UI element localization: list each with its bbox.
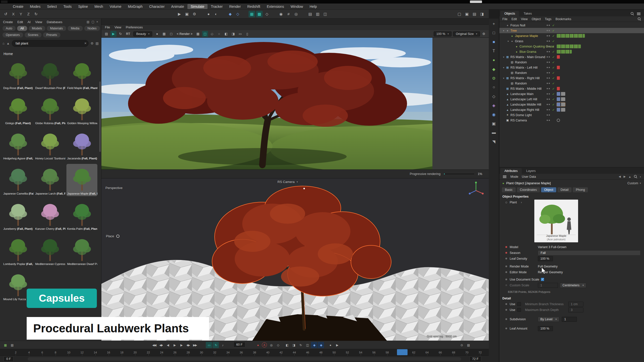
menu-item[interactable]: Animate — [168, 4, 187, 9]
menu-item[interactable]: Modes — [27, 4, 44, 9]
sound-icon[interactable]: ♪ — [219, 342, 226, 348]
menu-item[interactable]: Create — [10, 4, 27, 9]
object-row[interactable]: ▣ RS Camera — [499, 118, 644, 123]
undo-icon[interactable]: ↺ — [3, 11, 9, 17]
view-options-icon[interactable]: ▤ — [96, 41, 99, 45]
menu-item[interactable]: Mesh — [91, 4, 106, 9]
zoom-select[interactable]: 100 % — [434, 31, 452, 36]
expand-arrow-icon[interactable]: ▾ — [502, 77, 505, 79]
range-slider[interactable] — [28, 357, 461, 361]
axis-modify-icon[interactable]: ◎ — [293, 11, 299, 17]
object-row[interactable]: ● Japanese Maple ✓ — [499, 33, 644, 38]
layout-switch-icon[interactable]: ◨ — [479, 11, 485, 17]
object-tag-badges[interactable] — [557, 119, 560, 122]
render-pass-select[interactable]: Beauty — [133, 31, 152, 36]
object-menu-item[interactable]: File — [502, 17, 507, 21]
enable-check-icon[interactable]: ✓ — [552, 103, 555, 106]
visibility-dots[interactable] — [547, 93, 550, 95]
render-view-button[interactable]: ▶ — [176, 11, 183, 17]
visibility-dots[interactable] — [547, 30, 550, 31]
object-row[interactable]: ▲ Landscape Right Hill ✓ — [499, 107, 644, 112]
enable-check-icon[interactable]: ✓ — [552, 39, 555, 43]
field-icon[interactable]: ◉ — [490, 111, 498, 118]
menu-item[interactable]: Help — [306, 4, 320, 9]
visibility-dots[interactable] — [547, 67, 550, 68]
filter-chip[interactable]: Operators — [3, 32, 23, 37]
object-row[interactable]: ▾ ▦ RS Matrix - Left Hill ✓ — [499, 65, 644, 70]
generator-gear-icon[interactable]: ⚙ — [490, 74, 498, 82]
keying-set-icon[interactable]: ◆ — [311, 342, 317, 348]
object-tag-badges[interactable] — [557, 87, 560, 90]
asset-thumbnail[interactable]: Dog-Rose (Fall, Plant) — [3, 58, 33, 90]
keyframe-palette-icon[interactable]: ▦ — [2, 342, 8, 348]
attribute-tab[interactable]: Basic — [502, 187, 516, 192]
clear-search-icon[interactable] — [84, 41, 87, 45]
layout-standard-icon[interactable]: ▢ — [456, 11, 463, 17]
parameter-dot[interactable] — [505, 309, 507, 311]
menu-item[interactable]: Simulate — [187, 4, 208, 9]
expand-arrow-icon[interactable]: ▾ — [506, 40, 510, 42]
menu-item[interactable]: Window — [287, 4, 306, 9]
enable-check-icon[interactable]: ✓ — [552, 92, 555, 96]
asset-thumbnail[interactable]: Mediterranean Cypress (Fall, Plant) — [34, 234, 65, 266]
renderview-settings-icon[interactable]: ⚙ — [481, 31, 487, 37]
object-menu-item[interactable]: Tags — [545, 17, 551, 21]
record-pla-icon[interactable]: ◫ — [304, 342, 310, 348]
renderview-menu-item[interactable]: File — [105, 26, 110, 29]
quantize-icon[interactable]: ◇ — [264, 11, 270, 17]
simulation-scene-icon[interactable]: ◇ — [234, 11, 241, 17]
asset-thumbnail[interactable]: Juneberry (Fall, Plant) — [3, 199, 33, 231]
axis-y-button[interactable]: Y — [18, 11, 24, 17]
enable-check-icon[interactable]: ✓ — [552, 50, 555, 54]
asset-menu-item[interactable]: Databases — [47, 20, 62, 24]
asset-thumbnail[interactable]: Honey Locust 'Sunburst' (Fall, Plant) — [34, 129, 65, 161]
perspective-viewport[interactable]: Perspective RS Camera Place Grid spacing… — [101, 178, 489, 341]
object-tag-badges[interactable] — [557, 50, 572, 54]
parameter-dot[interactable] — [505, 303, 507, 305]
menu-item[interactable]: Volume — [106, 4, 125, 9]
visibility-dots[interactable] — [547, 109, 550, 110]
ab-wipe-icon[interactable]: ▭ — [237, 31, 243, 37]
float-icon[interactable]: ▢ — [92, 20, 94, 24]
model-select[interactable]: Variant 3 Full-Grown — [538, 245, 567, 249]
asset-thumbnail[interactable]: Field Maple (Fall, Plant) — [66, 58, 97, 90]
filter-search-icon[interactable] — [638, 17, 641, 21]
settings-icon[interactable]: ⚙ — [91, 41, 94, 45]
object-row[interactable]: ▧ Random ✓ — [499, 81, 644, 86]
motion-system-icon[interactable]: ● — [327, 342, 333, 348]
expand-arrow-icon[interactable]: ▾ — [502, 29, 505, 32]
object-tag-badges[interactable] — [557, 108, 565, 112]
asset-scrollbar[interactable] — [99, 81, 101, 152]
filter-chip[interactable]: Nodes — [84, 26, 100, 31]
asset-menu-item[interactable]: View — [35, 20, 42, 24]
pen-spline-icon[interactable]: ◥ — [490, 138, 498, 145]
parameter-dot[interactable] — [505, 328, 507, 329]
use-document-scale-checkbox[interactable] — [541, 278, 544, 281]
asset-thumbnail[interactable]: Kanzan Cherry (Fall, Plant) — [34, 199, 65, 231]
object-row[interactable]: ▲ Landscape Main ✓ — [499, 91, 644, 97]
restart-render-icon[interactable]: ↻ — [117, 31, 124, 37]
asset-thumbnail[interactable]: Jacaranda (Fall, Plant) — [66, 129, 97, 161]
render-mode-select[interactable]: Full Geometry — [538, 265, 558, 268]
parameter-dot[interactable] — [505, 265, 507, 267]
leaf-density-field[interactable]: 100 % — [538, 256, 553, 261]
capsule-icon[interactable]: ◆ — [490, 65, 498, 73]
search-icon[interactable] — [631, 12, 634, 15]
loop-icon[interactable]: ↻ — [213, 342, 219, 348]
asset-menu-item[interactable]: Create — [3, 20, 13, 24]
parameter-dot[interactable] — [505, 318, 507, 320]
min-branch-checkbox[interactable] — [517, 302, 521, 306]
play-button[interactable]: ▶ — [171, 342, 178, 348]
keyframe-dot[interactable] — [505, 246, 507, 248]
axis-gizmo-icon[interactable] — [468, 180, 484, 197]
menu-item[interactable]: Redshift — [244, 4, 263, 9]
enable-check-icon[interactable]: ✓ — [552, 61, 555, 64]
object-tag-badges[interactable] — [557, 66, 560, 69]
attribute-tab[interactable]: Object — [541, 187, 556, 192]
goto-start-button[interactable]: ◀◀ — [151, 342, 157, 348]
enable-check-icon[interactable]: ✓ — [552, 66, 555, 69]
menu-item[interactable]: Render — [226, 4, 244, 9]
snapshot-icon[interactable]: ◫ — [202, 31, 208, 37]
visibility-dots[interactable] — [547, 62, 550, 63]
dither-icon[interactable]: ▦ — [161, 31, 167, 37]
